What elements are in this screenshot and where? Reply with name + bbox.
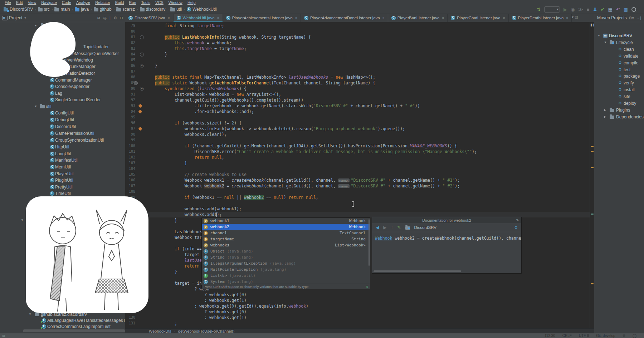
code-line-103[interactable]: 103 } xyxy=(125,160,590,166)
breadcrumb-item-webhookutil[interactable]: CWebhookUtil xyxy=(186,7,218,12)
maven-item-compile[interactable]: ⚙compile xyxy=(0,60,644,66)
hide-panel-icon[interactable]: →| xyxy=(636,16,641,20)
project-tree-item-ManifestUtil[interactable]: CManifestUtil xyxy=(0,157,125,163)
breadcrumb-method[interactable]: getWebhookToUseForChannel() xyxy=(178,329,235,333)
code-line-99[interactable]: 99 xyxy=(125,137,590,143)
code-line-107[interactable]: 107 Webhook webhook2 = createWebhook(cha… xyxy=(125,183,590,189)
code-line-126[interactable]: 126 ? webhooks.get(0) xyxy=(125,292,590,298)
maven-item-dependencies[interactable]: ▶Dependencies xyxy=(0,114,644,120)
menu-code[interactable]: Code xyxy=(59,0,74,5)
git-branch[interactable]: Git: develop xyxy=(596,334,615,338)
project-horizontal-scrollbar[interactable] xyxy=(23,329,125,332)
code-line-79[interactable]: 79 final String targetName; xyxy=(125,23,590,29)
breadcrumb-item-discordsrv[interactable]: DiscordSRV xyxy=(3,7,34,12)
project-tree-item-GroupSynchronizationUtil[interactable]: CGroupSynchronizationUtil xyxy=(0,137,125,143)
menu-edit[interactable]: Edit xyxy=(14,0,25,5)
fold-icon[interactable]: − xyxy=(140,64,144,68)
maven-item-test[interactable]: ⚙test xyxy=(0,67,644,73)
breadcrumb-item-java[interactable]: java xyxy=(74,7,89,12)
menu-run[interactable]: Run xyxy=(126,0,138,5)
fold-icon[interactable]: − xyxy=(140,87,144,91)
menu-view[interactable]: View xyxy=(25,0,39,5)
breadcrumb-item-scarsz[interactable]: scarsz xyxy=(116,7,136,12)
completion-item-nullpointerexception[interactable]: CNullPointerException(java.lang) xyxy=(202,266,370,273)
tab-webhookutil[interactable]: CWebhookUtil.java× xyxy=(174,14,223,22)
file-encoding[interactable]: UTF-8 xyxy=(579,334,589,338)
close-icon[interactable]: × xyxy=(382,16,385,20)
run-combo-icon[interactable]: ▾ xyxy=(544,6,560,13)
chevron-down-icon[interactable]: ▾ xyxy=(572,15,575,19)
hide-panel-icon[interactable]: ⊟ xyxy=(120,16,123,20)
stripe-warning-mark[interactable] xyxy=(591,214,594,215)
breadcrumb-item-discordsrv[interactable]: discordsrv xyxy=(139,7,166,12)
maven-item-plugins[interactable]: ▶Plugins xyxy=(0,107,644,113)
close-icon[interactable]: × xyxy=(168,16,170,20)
menu-file[interactable]: File xyxy=(2,0,14,5)
tree-arrow-icon[interactable]: ▶ xyxy=(604,115,606,118)
close-icon[interactable]: × xyxy=(442,16,444,20)
code-line-128[interactable]: 128 : webhooks.get(0).getId().equals(inf… xyxy=(125,303,590,309)
fold-icon[interactable]: − xyxy=(140,35,144,39)
completion-item-liste[interactable]: IList<E>(java.util) xyxy=(202,273,370,279)
code-line-111[interactable]: 111 webhooks.add(webhook1); xyxy=(125,206,590,212)
code-line-100[interactable]: 100 if (!channel.getGuild().getMember(ch… xyxy=(125,143,590,149)
code-line-109[interactable]: 109 if (webhook1 == null || webhook2 == … xyxy=(125,195,590,200)
stripe-warning-mark[interactable] xyxy=(591,151,594,152)
tree-arrow-icon[interactable]: ▼ xyxy=(21,219,24,222)
caret-position[interactable]: 112:30 xyxy=(545,334,555,338)
gear-icon[interactable]: ⚙▾ xyxy=(629,16,634,20)
maven-item-package[interactable]: ⚙package xyxy=(0,73,644,79)
line-separator[interactable]: CRLF xyxy=(562,334,572,338)
project-tree-item-HttpUtil[interactable]: CHttpUtil xyxy=(0,144,125,150)
completion-item-object[interactable]: CObject(java.lang) xyxy=(202,248,370,254)
fold-icon[interactable]: − xyxy=(140,53,144,57)
close-icon[interactable]: × xyxy=(566,16,568,20)
completion-scrollbar[interactable] xyxy=(369,219,370,266)
maven-item-site[interactable]: ⚙site xyxy=(0,93,644,99)
tree-arrow-icon[interactable]: ▶ xyxy=(604,108,606,112)
stop-icon[interactable]: ■ xyxy=(587,7,590,12)
code-line-101[interactable]: 101 DiscordSRV.error("Can't create a web… xyxy=(125,149,590,155)
menu-build[interactable]: Build xyxy=(113,0,126,5)
code-line-127[interactable]: 127 : webhooks.get(1) xyxy=(125,298,590,303)
maven-item-discordsrv[interactable]: ▼mDiscordSRV xyxy=(0,33,644,39)
breadcrumb-item-util[interactable]: util xyxy=(170,7,182,12)
code-line-110[interactable]: 110 xyxy=(125,200,590,206)
code-line-97[interactable]: 97 webhooks.forEach(webhook -> webhook.d… xyxy=(125,126,590,132)
gear-icon[interactable]: ⚙ xyxy=(514,225,518,230)
project-tree-item-AllLanguagesHaveTranslatedMessagesTest[interactable]: CAllLanguagesHaveTranslatedMessagesTest xyxy=(0,317,125,323)
completion-item-channel[interactable]: pchannelTextChannel xyxy=(202,230,370,236)
inspections-icon[interactable]: ◯ xyxy=(633,334,636,338)
gutter-marker-icon[interactable] xyxy=(134,81,138,85)
forward-icon[interactable]: ▶ xyxy=(383,225,386,230)
code-line-96[interactable]: 96 if (webhooks.size() != 2) { xyxy=(125,120,590,126)
completion-item-webhooks[interactable]: vwebhooksList<Webhook> xyxy=(202,242,370,248)
maven-item-verify[interactable]: ⚙verify xyxy=(0,80,644,86)
code-line-98[interactable]: 98 webhooks.clear(); xyxy=(125,132,590,137)
breadcrumb-item-src[interactable]: src xyxy=(37,7,50,12)
breadcrumb-class[interactable]: WebhookUtil xyxy=(149,329,171,333)
completion-item-string[interactable]: CString(java.lang) xyxy=(202,254,370,260)
vcs-rollback-icon[interactable]: ↶ xyxy=(616,7,620,12)
maven-tool-window-header[interactable]: Maven Projects ⚙▾ →| xyxy=(594,14,644,22)
stripe-warning-mark[interactable] xyxy=(591,283,594,284)
maven-item-validate[interactable]: ⚙validate xyxy=(0,53,644,59)
completion-item-webhook2[interactable]: vwebhook2Webhook xyxy=(202,224,370,230)
maven-item-clean[interactable]: ⚙clean xyxy=(0,46,644,52)
code-line-106[interactable]: 106 Webhook webhook1 = createWebhook(cha… xyxy=(125,177,590,183)
edit-source-icon[interactable]: ✎ xyxy=(397,225,401,230)
menu-help[interactable]: Help xyxy=(185,0,198,5)
project-tree-item-TimeUtil[interactable]: CTimeUtil xyxy=(0,190,125,196)
changes-icon[interactable]: ⇅ xyxy=(537,7,541,12)
close-icon[interactable]: × xyxy=(217,16,219,20)
menu-analyze[interactable]: Analyze xyxy=(74,0,93,5)
project-tree-item-GamePermissionUtil[interactable]: CGamePermissionUtil xyxy=(0,130,125,136)
tab-playerachievementslistener[interactable]: CPlayerAchievementsListener.java× xyxy=(223,14,301,22)
tab-list-icon[interactable]: ▤ xyxy=(575,15,579,19)
vcs-update-icon[interactable]: ⇊ xyxy=(593,7,597,12)
tab-discordsrv[interactable]: CDiscordSRV.java× xyxy=(125,14,174,22)
up-icon[interactable]: ↑ xyxy=(391,225,393,230)
code-line-105[interactable]: 105 // create webhooks to use xyxy=(125,172,590,177)
project-tree-item-CorrectCommonsLangImportTest[interactable]: CCorrectCommonsLangImportTest xyxy=(0,323,125,329)
close-icon[interactable]: × xyxy=(503,16,505,20)
